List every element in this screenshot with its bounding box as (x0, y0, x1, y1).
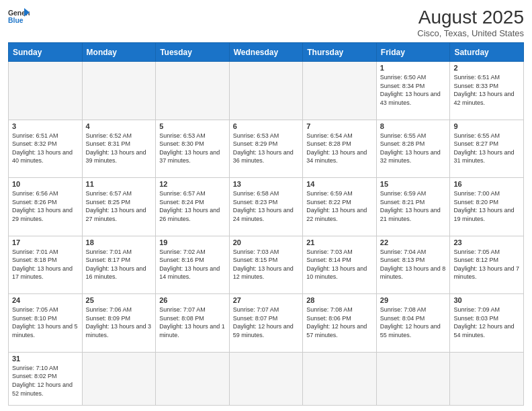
table-row: 14Sunrise: 6:59 AM Sunset: 8:22 PM Dayli… (303, 178, 377, 236)
day-number: 6 (233, 122, 300, 130)
table-row: 2Sunrise: 6:51 AM Sunset: 8:33 PM Daylig… (450, 62, 524, 120)
table-row: 31Sunrise: 7:10 AM Sunset: 8:02 PM Dayli… (9, 352, 83, 405)
subtitle: Cisco, Texas, United States (417, 28, 524, 38)
day-number: 26 (159, 296, 226, 304)
day-info: Sunrise: 6:51 AM Sunset: 8:33 PM Dayligh… (453, 73, 520, 107)
day-info: Sunrise: 7:07 AM Sunset: 8:07 PM Dayligh… (233, 306, 300, 339)
day-number: 23 (453, 238, 520, 246)
table-row: 9Sunrise: 6:55 AM Sunset: 8:27 PM Daylig… (450, 120, 524, 178)
table-row: 8Sunrise: 6:55 AM Sunset: 8:28 PM Daylig… (376, 120, 450, 178)
day-info: Sunrise: 6:59 AM Sunset: 8:22 PM Dayligh… (306, 189, 373, 223)
day-number: 4 (86, 122, 152, 130)
col-sunday: Sunday (9, 43, 83, 62)
day-number: 8 (380, 122, 447, 130)
col-friday: Friday (376, 43, 450, 62)
day-number: 16 (453, 180, 520, 188)
day-info: Sunrise: 7:05 AM Sunset: 8:10 PM Dayligh… (12, 306, 79, 339)
title-block: August 2025 Cisco, Texas, United States (417, 7, 524, 38)
day-number: 2 (453, 64, 520, 72)
day-number: 10 (12, 180, 79, 188)
table-row (82, 352, 156, 405)
day-number: 24 (12, 296, 79, 304)
calendar-header-row: Sunday Monday Tuesday Wednesday Thursday… (9, 43, 524, 62)
table-row (156, 62, 230, 120)
calendar-week-row: 10Sunrise: 6:56 AM Sunset: 8:26 PM Dayli… (9, 178, 524, 236)
col-saturday: Saturday (450, 43, 524, 62)
table-row: 23Sunrise: 7:05 AM Sunset: 8:12 PM Dayli… (450, 236, 524, 294)
table-row: 6Sunrise: 6:53 AM Sunset: 8:29 PM Daylig… (229, 120, 303, 178)
table-row (9, 62, 83, 120)
logo: General Blue (8, 7, 30, 26)
table-row: 20Sunrise: 7:03 AM Sunset: 8:15 PM Dayli… (229, 236, 303, 294)
col-tuesday: Tuesday (156, 43, 230, 62)
day-info: Sunrise: 7:04 AM Sunset: 8:13 PM Dayligh… (380, 248, 447, 281)
day-number: 30 (453, 296, 520, 304)
table-row: 30Sunrise: 7:09 AM Sunset: 8:03 PM Dayli… (450, 294, 524, 353)
table-row: 11Sunrise: 6:57 AM Sunset: 8:25 PM Dayli… (82, 178, 156, 236)
table-row: 7Sunrise: 6:54 AM Sunset: 8:28 PM Daylig… (303, 120, 377, 178)
day-info: Sunrise: 7:02 AM Sunset: 8:16 PM Dayligh… (159, 248, 226, 281)
day-info: Sunrise: 7:09 AM Sunset: 8:03 PM Dayligh… (453, 306, 520, 339)
day-info: Sunrise: 6:53 AM Sunset: 8:30 PM Dayligh… (159, 132, 226, 165)
table-row: 27Sunrise: 7:07 AM Sunset: 8:07 PM Dayli… (229, 294, 303, 353)
day-info: Sunrise: 6:51 AM Sunset: 8:32 PM Dayligh… (12, 132, 79, 165)
table-row (376, 352, 450, 405)
day-info: Sunrise: 7:08 AM Sunset: 8:04 PM Dayligh… (380, 306, 447, 339)
calendar-week-row: 17Sunrise: 7:01 AM Sunset: 8:18 PM Dayli… (9, 236, 524, 294)
day-number: 14 (306, 180, 373, 188)
day-info: Sunrise: 7:07 AM Sunset: 8:08 PM Dayligh… (159, 306, 226, 339)
table-row (450, 352, 524, 405)
day-number: 21 (306, 238, 373, 246)
day-number: 25 (86, 296, 152, 304)
day-info: Sunrise: 6:58 AM Sunset: 8:23 PM Dayligh… (233, 189, 300, 223)
table-row: 1Sunrise: 6:50 AM Sunset: 8:34 PM Daylig… (376, 62, 450, 120)
day-number: 29 (380, 296, 447, 304)
day-info: Sunrise: 7:03 AM Sunset: 8:15 PM Dayligh… (233, 248, 300, 281)
day-number: 28 (306, 296, 373, 304)
table-row: 5Sunrise: 6:53 AM Sunset: 8:30 PM Daylig… (156, 120, 230, 178)
svg-text:Blue: Blue (8, 17, 24, 24)
day-number: 3 (12, 122, 79, 130)
day-info: Sunrise: 6:52 AM Sunset: 8:31 PM Dayligh… (86, 132, 152, 165)
day-number: 19 (159, 238, 226, 246)
calendar-week-row: 1Sunrise: 6:50 AM Sunset: 8:34 PM Daylig… (9, 62, 524, 120)
day-info: Sunrise: 6:55 AM Sunset: 8:28 PM Dayligh… (380, 132, 447, 165)
day-number: 22 (380, 238, 447, 246)
day-info: Sunrise: 6:55 AM Sunset: 8:27 PM Dayligh… (453, 132, 520, 165)
calendar-table: Sunday Monday Tuesday Wednesday Thursday… (8, 42, 524, 406)
table-row: 16Sunrise: 7:00 AM Sunset: 8:20 PM Dayli… (450, 178, 524, 236)
table-row (303, 62, 377, 120)
table-row: 22Sunrise: 7:04 AM Sunset: 8:13 PM Dayli… (376, 236, 450, 294)
day-number: 11 (86, 180, 152, 188)
table-row: 19Sunrise: 7:02 AM Sunset: 8:16 PM Dayli… (156, 236, 230, 294)
table-row: 3Sunrise: 6:51 AM Sunset: 8:32 PM Daylig… (9, 120, 83, 178)
day-info: Sunrise: 6:59 AM Sunset: 8:21 PM Dayligh… (380, 189, 447, 223)
table-row (82, 62, 156, 120)
table-row: 12Sunrise: 6:57 AM Sunset: 8:24 PM Dayli… (156, 178, 230, 236)
table-row: 21Sunrise: 7:03 AM Sunset: 8:14 PM Dayli… (303, 236, 377, 294)
day-info: Sunrise: 6:56 AM Sunset: 8:26 PM Dayligh… (12, 189, 79, 223)
table-row: 15Sunrise: 6:59 AM Sunset: 8:21 PM Dayli… (376, 178, 450, 236)
day-info: Sunrise: 7:00 AM Sunset: 8:20 PM Dayligh… (453, 189, 520, 223)
col-monday: Monday (82, 43, 156, 62)
table-row (229, 62, 303, 120)
day-number: 20 (233, 238, 300, 246)
day-info: Sunrise: 7:06 AM Sunset: 8:09 PM Dayligh… (86, 306, 152, 339)
table-row: 29Sunrise: 7:08 AM Sunset: 8:04 PM Dayli… (376, 294, 450, 353)
day-info: Sunrise: 7:01 AM Sunset: 8:17 PM Dayligh… (86, 248, 152, 281)
day-number: 17 (12, 238, 79, 246)
day-number: 9 (453, 122, 520, 130)
day-info: Sunrise: 7:05 AM Sunset: 8:12 PM Dayligh… (453, 248, 520, 281)
day-info: Sunrise: 6:57 AM Sunset: 8:25 PM Dayligh… (86, 189, 152, 223)
day-info: Sunrise: 6:53 AM Sunset: 8:29 PM Dayligh… (233, 132, 300, 165)
table-row: 25Sunrise: 7:06 AM Sunset: 8:09 PM Dayli… (82, 294, 156, 353)
day-info: Sunrise: 7:03 AM Sunset: 8:14 PM Dayligh… (306, 248, 373, 281)
table-row (303, 352, 377, 405)
day-info: Sunrise: 6:57 AM Sunset: 8:24 PM Dayligh… (159, 189, 226, 223)
day-number: 31 (12, 355, 79, 363)
calendar-week-row: 3Sunrise: 6:51 AM Sunset: 8:32 PM Daylig… (9, 120, 524, 178)
day-number: 1 (380, 64, 447, 72)
day-number: 13 (233, 180, 300, 188)
day-number: 18 (86, 238, 152, 246)
calendar-week-row: 31Sunrise: 7:10 AM Sunset: 8:02 PM Dayli… (9, 352, 524, 405)
